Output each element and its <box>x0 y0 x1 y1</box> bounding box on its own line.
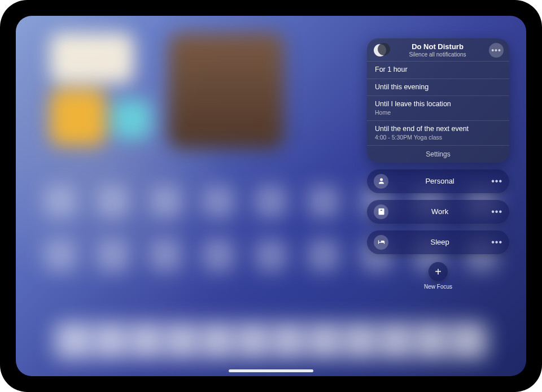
ipad-frame: Do Not Disturb Silence all notifications… <box>0 0 542 392</box>
widget-yellow <box>50 89 106 146</box>
app-icon <box>44 185 77 218</box>
mode-more-button[interactable]: ••• <box>491 176 504 186</box>
dnd-option-1hour[interactable]: For 1 hour <box>367 62 509 79</box>
app-icon <box>202 239 235 272</box>
dnd-option-nextevent[interactable]: Until the end of the next event 4:00 - 5… <box>367 121 509 145</box>
dnd-subtitle: Silence all notifications <box>392 51 483 58</box>
dock-app-icon <box>346 326 375 355</box>
dnd-option-evening[interactable]: Until this evening <box>367 79 509 96</box>
app-icon <box>255 239 287 272</box>
dnd-title: Do Not Disturb <box>392 43 483 51</box>
mode-more-button[interactable]: ••• <box>491 237 504 247</box>
dock-app-icon <box>310 326 339 355</box>
dnd-option-label: Until the end of the next event <box>375 125 501 134</box>
dock-app-icon <box>167 326 196 355</box>
app-icon <box>97 239 129 272</box>
app-icon <box>307 239 340 272</box>
person-icon <box>374 174 388 189</box>
widget-photo <box>168 33 284 149</box>
badge-icon <box>374 204 388 219</box>
app-icon <box>150 239 182 272</box>
focus-mode-work[interactable]: Work ••• <box>367 200 509 224</box>
dock-app-icon <box>238 326 268 355</box>
dock-app-icon <box>60 326 90 355</box>
dnd-settings-link[interactable]: Settings <box>367 146 509 163</box>
mode-label: Work <box>388 207 491 216</box>
dnd-option-label: For 1 hour <box>375 66 501 75</box>
dock-app-icon <box>203 326 232 355</box>
widget-cyan <box>112 99 151 139</box>
dnd-option-sublabel: 4:00 - 5:30PM Yoga class <box>375 134 501 141</box>
dock-app-icon <box>417 326 446 355</box>
dock-app-icon <box>96 326 125 355</box>
dnd-titles: Do Not Disturb Silence all notifications <box>392 43 483 57</box>
moon-icon <box>374 44 386 56</box>
app-icon <box>150 185 182 218</box>
app-icon <box>202 185 235 218</box>
new-focus-label: New Focus <box>424 284 452 290</box>
dock-app-icon <box>274 326 303 355</box>
app-icon <box>44 239 77 272</box>
dnd-option-label: Until I leave this location <box>375 100 501 109</box>
widget-notes <box>50 33 134 84</box>
bed-icon <box>374 235 388 250</box>
focus-overlay: Do Not Disturb Silence all notifications… <box>367 38 509 290</box>
mode-label: Personal <box>388 177 491 185</box>
focus-mode-personal[interactable]: Personal ••• <box>367 169 509 193</box>
new-focus-button[interactable]: + <box>429 262 448 281</box>
app-icon <box>97 185 129 218</box>
mode-label: Sleep <box>388 238 491 246</box>
new-focus: + New Focus <box>424 262 452 290</box>
dock <box>50 319 492 363</box>
dnd-panel: Do Not Disturb Silence all notifications… <box>367 38 509 163</box>
dnd-option-sublabel: Home <box>375 109 501 116</box>
mode-more-button[interactable]: ••• <box>491 207 504 217</box>
dock-app-icon <box>452 326 482 355</box>
screen: Do Not Disturb Silence all notifications… <box>16 16 526 376</box>
focus-mode-sleep[interactable]: Sleep ••• <box>367 230 509 254</box>
dnd-option-location[interactable]: Until I leave this location Home <box>367 96 509 120</box>
app-icon <box>255 185 287 218</box>
dnd-more-button[interactable]: ••• <box>489 43 504 58</box>
home-indicator[interactable] <box>229 369 313 372</box>
dock-app-icon <box>381 326 410 355</box>
dnd-option-label: Until this evening <box>375 83 501 92</box>
plus-icon: + <box>435 266 442 277</box>
dock-app-icon <box>132 326 161 355</box>
app-icon <box>307 185 340 218</box>
dnd-header: Do Not Disturb Silence all notifications… <box>367 38 509 61</box>
